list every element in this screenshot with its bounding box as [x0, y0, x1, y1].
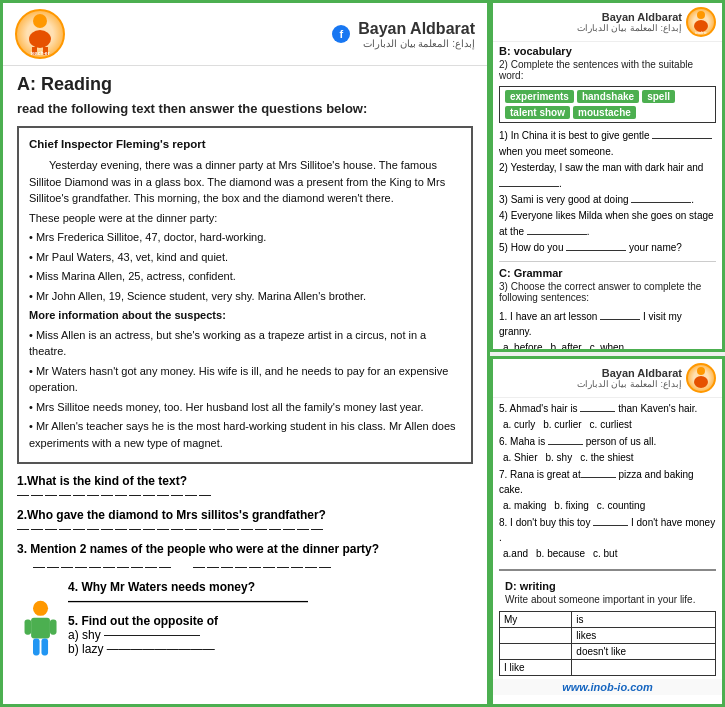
word-moustache: moustache [573, 106, 636, 119]
q4-label: 4. Why Mr Waters needs money? ——————————… [68, 580, 308, 608]
question-4: 4. Why Mr Waters needs money? ——————————… [68, 580, 473, 608]
grammar-q1-options: a. before b. after c. when [503, 342, 716, 352]
opt-c1: c. when [590, 342, 624, 352]
right-top-header: Bayan Aldbarat إبداع: المعلمة بيان الدبا… [493, 3, 722, 42]
right-brand: Bayan Aldbarat إبداع: المعلمة بيان الدبا… [577, 11, 682, 33]
right-panel: Bayan Aldbarat إبداع: المعلمة بيان الدبا… [490, 0, 725, 707]
question-1: 1.What is the kind of the text? ————————… [17, 474, 473, 502]
q3-line1: —————————— [33, 560, 173, 574]
opt-c6: c. the shiest [580, 452, 633, 463]
right-logo-icon: teach·er [686, 7, 716, 37]
fill-q4: 4) Everyone likes Milda when she goes on… [499, 208, 716, 240]
writing-instruction: Write about someone important in your li… [499, 593, 716, 608]
left-panel: teach·er f Bayan Aldbarat إبداع: المعلمة… [0, 0, 490, 707]
gfill-1 [600, 311, 640, 320]
person-figure-icon [17, 597, 64, 662]
paragraph1: Yesterday evening, there was a dinner pa… [29, 157, 461, 207]
fill-line-4 [527, 226, 587, 235]
info-1: • Miss Allen is an actress, but she's wo… [29, 327, 461, 360]
website-footer: www.inob-io.com [493, 679, 722, 695]
writing-cell-likes: likes [572, 627, 716, 643]
facebook-icon: f [332, 25, 350, 43]
opt-b7: b. fixing [554, 500, 588, 511]
opt-a8: a.and [503, 548, 528, 559]
teacher-logo-icon: teach·er [15, 9, 65, 59]
opt-c7: c. counting [597, 500, 645, 511]
writing-row-4: I like [500, 659, 716, 675]
word-bank: experiments handshake spell talent show … [499, 86, 716, 123]
grammar-q7: 7. Rana is great at pizza and baking cak… [499, 467, 716, 497]
q5a: a) shy ———————— [68, 628, 200, 642]
right-bottom-logo-icon [686, 363, 716, 393]
website-url: www.inob-io.com [562, 681, 653, 693]
svg-point-11 [697, 11, 705, 19]
section-a-title: A: Reading [3, 66, 487, 99]
suspect-4: • Mr John Allen, 19, Science student, ve… [29, 288, 461, 305]
fill-line-1 [652, 130, 712, 139]
right-bottom-brand-sub: إبداع: المعلمة بيان الدبارات [577, 379, 682, 389]
section-b-label: B: vocabulary [493, 42, 722, 58]
fill-line-3 [631, 194, 691, 203]
grammar-instruction: 3) Choose the correct answer to complete… [493, 280, 722, 306]
opt-a6: a. Shier [503, 452, 537, 463]
grammar-q5: 5. Ahmad's hair is than Kaven's hair. [499, 401, 716, 416]
writing-cell-empty2 [500, 643, 572, 659]
section-c-label: C: Grammar [493, 264, 722, 280]
writing-section: D: writing Write about someone important… [493, 574, 722, 679]
writing-row-1: My is [500, 611, 716, 627]
grammar-q1: 1. I have an art lesson I visit my grann… [499, 309, 716, 339]
gfill-8 [593, 517, 628, 526]
word-handshake: handshake [577, 90, 639, 103]
writing-cell-empty1 [500, 627, 572, 643]
opt-a5: a. curly [503, 419, 535, 430]
suspect-3: • Miss Marina Allen, 25, actress, confid… [29, 268, 461, 285]
reading-instruction: read the following text then answer the … [3, 99, 487, 122]
opt-c8: c. but [593, 548, 617, 559]
svg-rect-6 [31, 618, 50, 639]
opt-b8: b. because [536, 548, 585, 559]
divider [499, 261, 716, 262]
q2-answer-line: —————————————————————— [17, 522, 325, 536]
writing-table: My is likes doesn't like I like [499, 611, 716, 676]
questions-area: 1.What is the kind of the text? ————————… [3, 468, 487, 704]
writing-cell-doesnt-like: doesn't like [572, 643, 716, 659]
fill-q2: 2) Yesterday, I saw the man with dark ha… [499, 160, 716, 192]
writing-cell-my: My [500, 611, 572, 627]
opt-a7: a. making [503, 500, 546, 511]
word-talent-show: talent show [505, 106, 570, 119]
svg-text:teach·er: teach·er [30, 50, 49, 56]
question-5: 5. Find out the opposite of a) shy —————… [68, 614, 473, 656]
q4-q5-area: 4. Why Mr Waters needs money? ——————————… [17, 580, 473, 662]
gfill-5 [580, 403, 615, 412]
fill-q3: 3) Sami is very good at doing . [499, 192, 716, 208]
fill-q5: 5) How do you your name? [499, 240, 716, 256]
right-brand-name: Bayan Aldbarat [602, 11, 682, 23]
report-title: Chief Inspector Fleming's report [29, 136, 461, 153]
svg-rect-9 [33, 639, 40, 656]
opt-c5: c. curliest [590, 419, 632, 430]
info-2: • Mr Waters hasn't got any money. His wi… [29, 363, 461, 396]
grammar-q6-options: a. Shier b. shy c. the shiest [503, 452, 716, 463]
left-header: teach·er f Bayan Aldbarat إبداع: المعلمة… [3, 3, 487, 66]
gfill-7 [581, 469, 616, 478]
fill-line-2 [499, 178, 559, 187]
right-bottom-section: Bayan Aldbarat إبداع: المعلمة بيان الدبا… [490, 356, 725, 708]
q2-label: 2.Who gave the diamond to Mrs sillitos's… [17, 508, 326, 522]
writing-row-2: likes [500, 627, 716, 643]
writing-cell-is: is [572, 611, 716, 627]
svg-point-14 [697, 367, 705, 375]
word-spell: spell [642, 90, 675, 103]
svg-rect-8 [50, 620, 57, 635]
svg-text:teach·er: teach·er [695, 31, 707, 35]
opt-b5: b. curlier [543, 419, 581, 430]
fill-line-5 [566, 242, 626, 251]
q3-label: 3. Mention 2 names of the people who wer… [17, 542, 379, 556]
opt-a1: a. before [503, 342, 542, 352]
right-bottom-brand: Bayan Aldbarat إبداع: المعلمة بيان الدبا… [577, 367, 682, 389]
suspect-1: • Mrs Frederica Sillitoe, 47, doctor, ha… [29, 229, 461, 246]
left-logo: teach·er [15, 9, 65, 59]
question-2: 2.Who gave the diamond to Mrs sillitos's… [17, 508, 473, 536]
reading-text-box: Chief Inspector Fleming's report Yesterd… [17, 126, 473, 464]
q1-answer-line: —————————————— [17, 488, 213, 502]
vocab-instruction: 2) Complete the sentences with the suita… [493, 58, 722, 84]
